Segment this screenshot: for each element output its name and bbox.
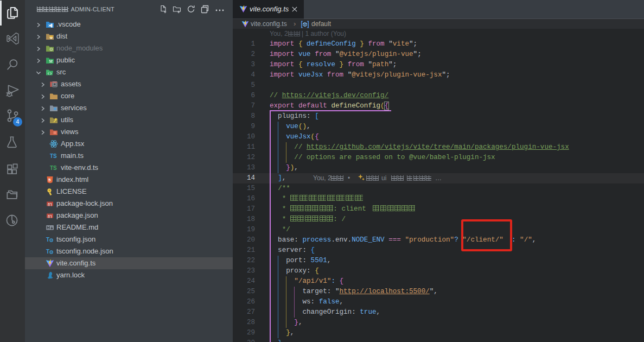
- svg-text:5: 5: [48, 178, 51, 182]
- svg-text:TS: TS: [50, 153, 57, 159]
- svg-text:TS: TS: [50, 165, 57, 171]
- svg-text:T: T: [46, 249, 49, 255]
- svg-text:T: T: [46, 237, 49, 243]
